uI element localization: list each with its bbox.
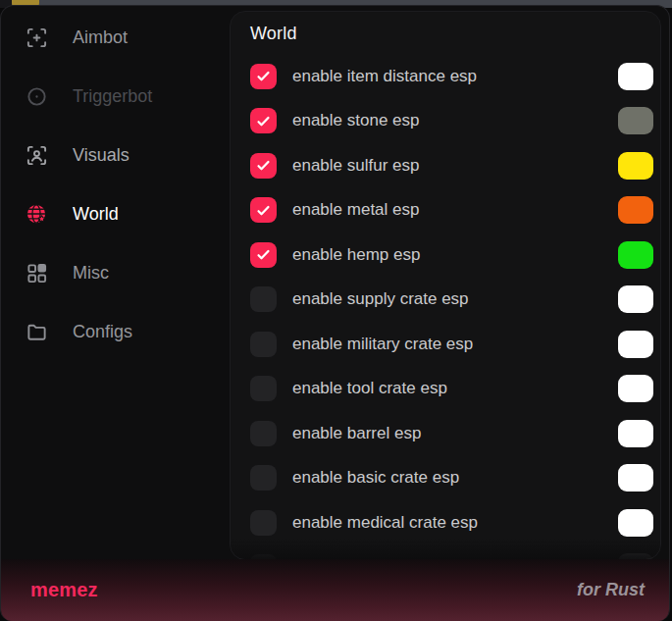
- checkmark-icon: [255, 202, 272, 219]
- sidebar-item-aimbot[interactable]: Aimbot: [1, 8, 229, 67]
- row-checkbox[interactable]: [250, 64, 277, 89]
- checkmark-icon: [255, 113, 272, 129]
- setting-row: enable metal esp: [231, 188, 660, 233]
- circle-dot-icon: [26, 85, 48, 108]
- row-checkbox[interactable]: [250, 286, 277, 312]
- row-label: enable sulfur esp: [292, 156, 419, 176]
- footer-bar: memez for Rust: [1, 559, 669, 621]
- setting-row: enable tool crate esp: [231, 367, 660, 412]
- panel-title: World: [250, 24, 297, 44]
- row-label: enable item distance esp: [292, 67, 477, 86]
- setting-row: enable stone esp: [231, 99, 660, 144]
- row-checkbox[interactable]: [250, 510, 277, 536]
- row-checkbox[interactable]: [250, 332, 277, 357]
- brand-name: memez: [30, 579, 98, 601]
- color-swatch[interactable]: [618, 63, 653, 90]
- row-label: enable military crate esp: [292, 335, 473, 354]
- sidebar-item-label: Aimbot: [73, 27, 128, 48]
- person-scan-icon: [26, 144, 48, 167]
- row-checkbox[interactable]: [250, 197, 277, 223]
- sidebar: Aimbot Triggerbot Visuals: [1, 6, 229, 361]
- sidebar-item-label: Configs: [73, 322, 132, 342]
- world-settings-panel: World enable item distance esp enable st…: [230, 11, 661, 560]
- sidebar-item-visuals[interactable]: Visuals: [1, 126, 229, 184]
- row-checkbox[interactable]: [250, 108, 277, 133]
- row-checkbox[interactable]: [250, 421, 277, 446]
- row-label: enable supply crate esp: [292, 289, 469, 309]
- color-swatch[interactable]: [618, 241, 653, 269]
- checkmark-icon: [255, 246, 272, 263]
- row-label: enable metal esp: [292, 200, 419, 220]
- color-swatch[interactable]: [618, 509, 653, 537]
- row-checkbox[interactable]: [250, 465, 277, 491]
- globe-star-icon: [26, 203, 48, 226]
- row-label: enable medical crate esp: [292, 513, 478, 533]
- setting-row: enable medical crate esp: [231, 500, 660, 545]
- row-checkbox[interactable]: [250, 242, 277, 268]
- setting-row: enable hemp esp: [231, 233, 660, 278]
- checkmark-icon: [255, 68, 272, 84]
- setting-row: enable military crate esp: [231, 322, 660, 367]
- brand-tagline: for Rust: [577, 580, 645, 600]
- row-label: enable hemp esp: [292, 245, 420, 265]
- sidebar-item-label: Misc: [73, 263, 109, 284]
- color-swatch[interactable]: [618, 107, 653, 134]
- sidebar-item-label: Visuals: [73, 145, 129, 166]
- sidebar-item-triggerbot[interactable]: Triggerbot: [1, 67, 229, 126]
- color-swatch[interactable]: [618, 420, 653, 447]
- row-label: enable basic crate esp: [292, 468, 459, 488]
- settings-rows: enable item distance esp enable stone es…: [231, 54, 660, 560]
- grid-squares-icon: [26, 262, 48, 285]
- row-label: enable tool crate esp: [292, 379, 447, 398]
- crosshair-scan-icon: [26, 26, 48, 49]
- sidebar-item-misc[interactable]: Misc: [1, 243, 229, 302]
- setting-row: enable basic crate esp: [231, 456, 660, 501]
- setting-row: [231, 545, 660, 561]
- folder-icon: [26, 321, 48, 343]
- sidebar-item-label: Triggerbot: [73, 86, 152, 107]
- row-label: enable barrel esp: [292, 424, 421, 443]
- color-swatch[interactable]: [618, 331, 653, 358]
- row-label: enable stone esp: [292, 111, 420, 130]
- color-swatch[interactable]: [618, 196, 653, 224]
- sidebar-item-label: World: [73, 204, 119, 225]
- setting-row: enable supply crate esp: [231, 278, 660, 323]
- row-checkbox[interactable]: [250, 376, 277, 401]
- sidebar-item-configs[interactable]: Configs: [1, 302, 229, 361]
- color-swatch[interactable]: [618, 464, 653, 492]
- color-swatch[interactable]: [618, 152, 653, 180]
- row-checkbox[interactable]: [250, 153, 277, 179]
- setting-row: enable item distance esp: [231, 54, 660, 99]
- color-swatch[interactable]: [618, 375, 653, 402]
- checkmark-icon: [255, 157, 272, 174]
- sidebar-item-world[interactable]: World: [1, 184, 229, 243]
- color-swatch[interactable]: [618, 285, 653, 313]
- cheat-menu-window: Aimbot Triggerbot Visuals: [0, 5, 670, 621]
- setting-row: enable sulfur esp: [231, 143, 660, 188]
- setting-row: enable barrel esp: [231, 411, 660, 456]
